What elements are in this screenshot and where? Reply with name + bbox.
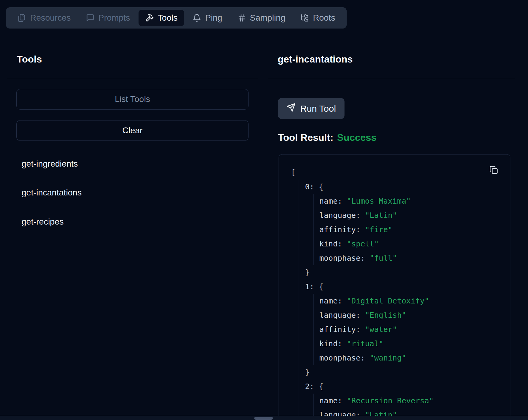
clear-button[interactable]: Clear xyxy=(16,120,249,141)
left-panel-divider xyxy=(7,78,258,78)
copy-icon xyxy=(489,166,498,174)
list-tools-button[interactable]: List Tools xyxy=(16,89,249,110)
right-panel-divider xyxy=(268,78,515,78)
send-icon xyxy=(286,103,296,114)
hammer-icon xyxy=(145,14,154,22)
tab-bar: ResourcesPromptsToolsPingSamplingRoots xyxy=(6,7,347,29)
json-line: affinity: "water" xyxy=(319,322,498,337)
json-line: language: "Latin" xyxy=(319,208,498,222)
copy-button[interactable] xyxy=(489,166,498,174)
tool-list-item-get-incantations[interactable]: get-incantations xyxy=(22,186,82,200)
json-line: affinity: "fire" xyxy=(319,222,498,237)
json-line: 0: { xyxy=(305,180,498,194)
json-line: name: "Recursion Reversa" xyxy=(319,394,498,408)
run-tool-button[interactable]: Run Tool xyxy=(278,98,345,119)
json-line: language: "English" xyxy=(319,308,498,322)
tab-sampling[interactable]: Sampling xyxy=(231,10,292,26)
tab-prompts[interactable]: Prompts xyxy=(79,10,137,26)
files-icon xyxy=(18,14,26,22)
json-line: name: "Digital Detoxify" xyxy=(319,294,498,308)
tool-list-item-get-recipes[interactable]: get-recipes xyxy=(22,215,64,229)
json-line: kind: "ritual" xyxy=(319,337,498,351)
horizontal-scrollbar-track[interactable] xyxy=(0,416,528,420)
json-line: 2: { xyxy=(305,379,498,394)
json-line: name: "Lumos Maxima" xyxy=(319,194,498,208)
tool-result-json-viewer[interactable]: [0: {name: "Lumos Maxima"language: "Lati… xyxy=(279,154,510,420)
message-square-icon xyxy=(86,14,94,22)
json-line: moonphase: "full" xyxy=(319,251,498,265)
hash-icon xyxy=(238,14,246,22)
tab-ping[interactable]: Ping xyxy=(186,10,229,26)
run-tool-label: Run Tool xyxy=(300,103,336,114)
tool-result-status: Success xyxy=(337,132,377,143)
json-line: 1: { xyxy=(305,279,498,294)
tools-panel-title: Tools xyxy=(17,52,42,66)
bell-icon xyxy=(193,14,201,22)
json-line: [ xyxy=(291,165,498,180)
tab-roots[interactable]: Roots xyxy=(294,10,342,26)
horizontal-scrollbar-thumb[interactable] xyxy=(254,417,273,420)
tab-label: Ping xyxy=(205,13,222,23)
json-line: } xyxy=(305,365,498,379)
selected-tool-title: get-incantations xyxy=(278,52,353,66)
json-line: moonphase: "waning" xyxy=(319,351,498,365)
tab-resources[interactable]: Resources xyxy=(11,10,77,26)
tool-list-item-get-ingredients[interactable]: get-ingredients xyxy=(22,157,78,171)
tab-label: Tools xyxy=(158,13,177,23)
json-content: [0: {name: "Lumos Maxima"language: "Lati… xyxy=(291,165,498,420)
tool-result-line: Tool Result:Success xyxy=(278,130,376,144)
tab-tools[interactable]: Tools xyxy=(139,10,184,26)
tab-label: Prompts xyxy=(98,13,130,23)
tab-label: Resources xyxy=(30,13,71,23)
tool-result-label: Tool Result: xyxy=(278,132,334,143)
tab-label: Roots xyxy=(313,13,335,23)
json-line: kind: "spell" xyxy=(319,237,498,251)
tab-label: Sampling xyxy=(250,13,286,23)
json-line: } xyxy=(305,265,498,279)
folder-tree-icon xyxy=(300,14,309,22)
